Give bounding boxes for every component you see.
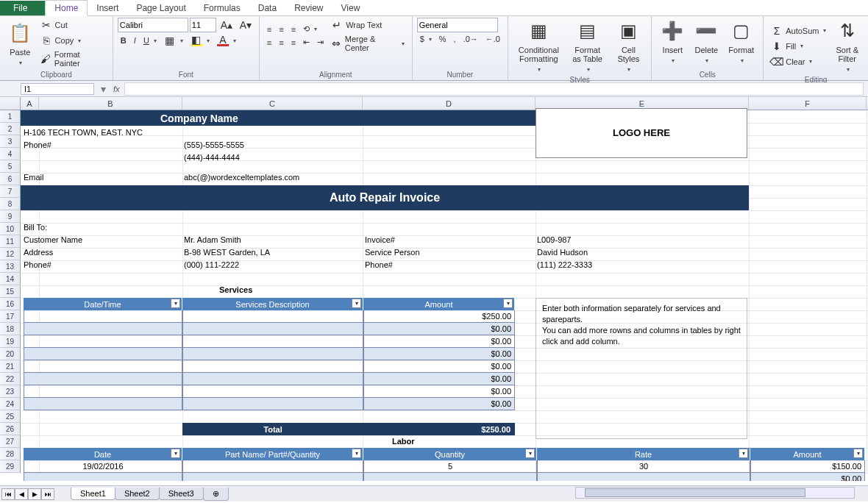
delete-cells-button[interactable]: ➖Delete — [690, 18, 722, 65]
fill-color-button[interactable]: ◧ — [188, 33, 213, 48]
services-row[interactable]: $0.00 — [24, 360, 515, 373]
row-header-25[interactable]: 25 — [0, 410, 21, 423]
merge-center-button[interactable]: ⇔Merge & Center — [328, 33, 408, 54]
row-header-7[interactable]: 7 — [0, 185, 21, 198]
row-header-24[interactable]: 24 — [0, 398, 21, 410]
col-header-A[interactable]: A — [21, 97, 39, 110]
svc-dt[interactable] — [24, 335, 182, 348]
svc-desc[interactable] — [182, 398, 363, 410]
lab-part[interactable] — [182, 460, 363, 473]
row-header-1[interactable]: 1 — [0, 110, 21, 123]
svc-amt[interactable]: $0.00 — [363, 348, 515, 360]
font-name-select[interactable] — [118, 18, 188, 32]
italic-button[interactable]: I — [131, 35, 139, 46]
row-header-3[interactable]: 3 — [0, 135, 21, 148]
svc-dt[interactable] — [24, 398, 182, 410]
labor-hdr-qty[interactable]: Quantity▾ — [363, 448, 537, 460]
row-header-4[interactable]: 4 — [0, 148, 21, 160]
filter-icon[interactable]: ▾ — [503, 299, 513, 308]
svc-dt[interactable] — [24, 385, 182, 398]
font-color-button[interactable]: A — [214, 33, 239, 48]
svc-amt[interactable]: $0.00 — [363, 373, 515, 385]
labor-row[interactable]: $0.00 — [24, 473, 865, 481]
svc-dt[interactable] — [24, 348, 182, 360]
font-size-select[interactable] — [190, 18, 216, 32]
decrease-decimal-button[interactable]: ←.0 — [483, 33, 503, 45]
row-header-15[interactable]: 15 — [0, 285, 21, 298]
autosum-button[interactable]: ΣAutoSum — [768, 24, 829, 38]
currency-button[interactable]: $ — [417, 33, 435, 45]
col-header-C[interactable]: C — [182, 97, 363, 110]
labor-hdr-part[interactable]: Part Name/ Part#/Quantity▾ — [182, 448, 363, 460]
percent-button[interactable]: % — [436, 33, 449, 45]
row-header-5[interactable]: 5 — [0, 160, 21, 173]
align-center-button[interactable]: ≡ — [276, 37, 286, 49]
name-box-dropdown-icon[interactable]: ▾ — [97, 83, 109, 95]
services-hdr-desc[interactable]: Services Description▾ — [182, 298, 363, 310]
align-bottom-button[interactable]: ≡ — [288, 24, 299, 35]
scroll-thumb[interactable] — [585, 488, 805, 497]
row-header-27[interactable]: 27 — [0, 435, 21, 448]
align-left-button[interactable]: ≡ — [264, 37, 274, 49]
labor-hdr-rate[interactable]: Rate▾ — [537, 448, 750, 460]
svc-dt[interactable] — [24, 373, 182, 385]
align-top-button[interactable]: ≡ — [264, 24, 274, 35]
underline-button[interactable]: U — [140, 35, 160, 46]
format-as-table-button[interactable]: ▤Format as Table — [566, 18, 609, 74]
services-row[interactable]: $0.00 — [24, 335, 515, 348]
lab-rate[interactable] — [537, 473, 750, 481]
filter-icon[interactable]: ▾ — [171, 299, 180, 308]
labor-hdr-date[interactable]: Date▾ — [24, 448, 182, 460]
sheet-tab-1[interactable]: Sheet1 — [71, 488, 115, 500]
row-header-20[interactable]: 20 — [0, 348, 21, 360]
fx-label[interactable]: fx — [109, 85, 124, 93]
select-all-corner[interactable] — [0, 97, 21, 110]
wrap-text-button[interactable]: ↵Wrap Text — [328, 18, 408, 32]
align-middle-button[interactable]: ≡ — [276, 24, 286, 35]
cut-button[interactable]: ✂Cut — [38, 18, 108, 32]
row-header-2[interactable]: 2 — [0, 123, 21, 135]
row-header-13[interactable]: 13 — [0, 260, 21, 273]
clear-button[interactable]: ⌫Clear — [768, 54, 829, 69]
name-box[interactable] — [21, 83, 94, 95]
row-header-29[interactable]: 29 — [0, 460, 21, 473]
sheet-nav-last[interactable]: ⏭ — [41, 488, 54, 500]
filter-icon[interactable]: ▾ — [739, 449, 748, 458]
tab-formulas[interactable]: Formulas — [195, 1, 249, 15]
filter-icon[interactable]: ▾ — [525, 449, 535, 458]
filter-icon[interactable]: ▾ — [853, 449, 863, 458]
svc-amt[interactable]: $0.00 — [363, 360, 515, 373]
services-hdr-datetime[interactable]: Date/Time▾ — [24, 298, 182, 310]
svc-dt[interactable] — [24, 323, 182, 335]
sheet-tab-new[interactable]: ⊕ — [203, 488, 229, 501]
lab-rate[interactable]: 30 — [537, 460, 750, 473]
labor-row[interactable]: 19/02/2016 5 30 $150.00 — [24, 460, 865, 473]
row-header-17[interactable]: 17 — [0, 310, 21, 323]
row-header-12[interactable]: 12 — [0, 248, 21, 260]
svc-desc[interactable] — [182, 385, 363, 398]
svc-amt[interactable]: $250.00 — [363, 310, 515, 323]
svc-amt[interactable]: $0.00 — [363, 398, 515, 410]
col-header-D[interactable]: D — [363, 97, 536, 110]
services-row[interactable]: $0.00 — [24, 348, 515, 360]
row-header-28[interactable]: 28 — [0, 448, 21, 460]
row-header-14[interactable]: 14 — [0, 273, 21, 285]
svc-amt[interactable]: $0.00 — [363, 335, 515, 348]
row-header-10[interactable]: 10 — [0, 223, 21, 235]
horizontal-scrollbar[interactable] — [575, 487, 855, 499]
svc-desc[interactable] — [182, 373, 363, 385]
formula-input[interactable] — [124, 82, 864, 96]
lab-qty[interactable] — [363, 473, 537, 481]
row-header-11[interactable]: 11 — [0, 235, 21, 248]
filter-icon[interactable]: ▾ — [352, 299, 361, 308]
row-header-18[interactable]: 18 — [0, 323, 21, 335]
border-button[interactable]: ▦ — [161, 33, 186, 48]
lab-part[interactable] — [182, 473, 363, 481]
row-header-6[interactable]: 6 — [0, 173, 21, 185]
lab-date[interactable]: 19/02/2016 — [24, 460, 182, 473]
services-row[interactable]: $0.00 — [24, 398, 515, 410]
conditional-formatting-button[interactable]: ▦Conditional Formatting — [513, 18, 565, 74]
row-header-8[interactable]: 8 — [0, 198, 21, 210]
svc-desc[interactable] — [182, 348, 363, 360]
svc-dt[interactable] — [24, 360, 182, 373]
